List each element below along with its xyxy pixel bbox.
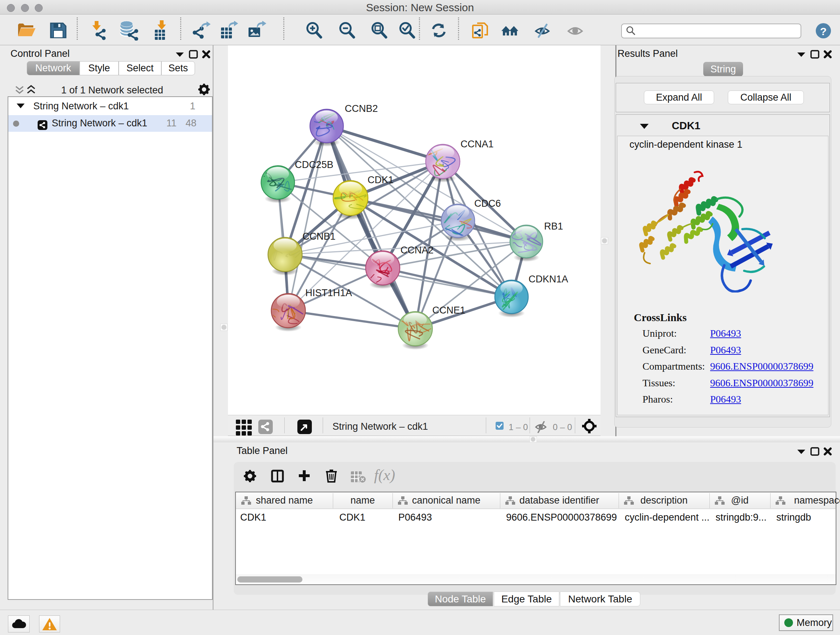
- svg-text:CCNB1: CCNB1: [302, 231, 336, 242]
- svg-text:CCNA1: CCNA1: [461, 139, 494, 149]
- svg-text:CCNA2: CCNA2: [401, 245, 434, 256]
- svg-text:CDC6: CDC6: [474, 198, 501, 209]
- svg-text:HIST1H1A: HIST1H1A: [305, 287, 352, 298]
- svg-text:CCNB2: CCNB2: [345, 103, 378, 114]
- svg-text:CCNE1: CCNE1: [432, 305, 466, 316]
- svg-text:CDC25B: CDC25B: [295, 159, 333, 170]
- svg-text:CDKN1A: CDKN1A: [529, 274, 568, 285]
- svg-text:CDK1: CDK1: [368, 174, 393, 185]
- svg-text:RB1: RB1: [544, 221, 563, 232]
